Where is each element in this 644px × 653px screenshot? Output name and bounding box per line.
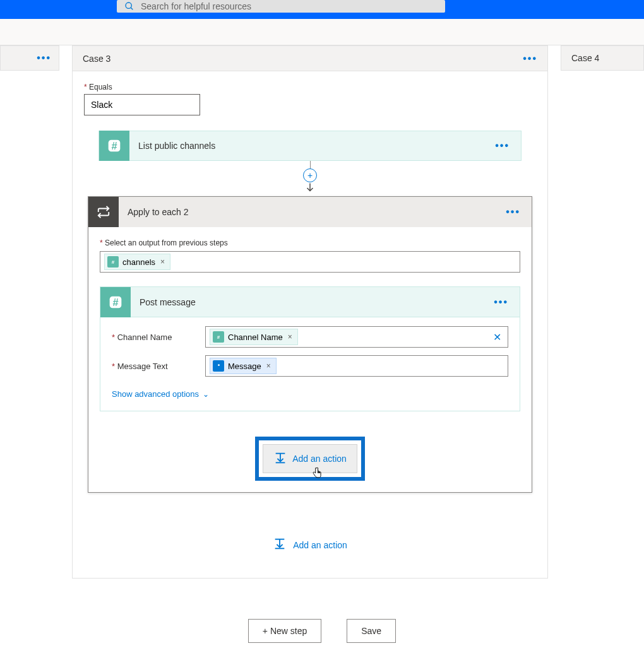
post-message-header[interactable]: # Post message ••• — [100, 287, 520, 317]
show-advanced-link[interactable]: Show advanced options ⌄ — [112, 389, 209, 399]
cursor-icon — [311, 466, 323, 483]
ellipsis-icon[interactable]: ••• — [523, 53, 537, 64]
slack-icon: # — [100, 287, 131, 317]
search-placeholder: Search for helpful resources — [141, 1, 251, 11]
add-action-button-inner[interactable]: Add an action — [263, 444, 357, 473]
list-channels-title: List public channels — [129, 141, 495, 151]
add-action-highlight: Add an action — [255, 437, 365, 481]
svg-line-1 — [131, 8, 133, 9]
add-action-icon — [273, 451, 287, 467]
list-channels-card[interactable]: # List public channels ••• — [98, 131, 522, 161]
message-text-input[interactable]: Message × — [205, 355, 508, 377]
clear-icon[interactable]: ✕ — [493, 331, 501, 343]
slack-icon: # — [213, 331, 224, 343]
remove-token-icon[interactable]: × — [288, 332, 292, 341]
svg-point-0 — [126, 3, 131, 8]
svg-text:#: # — [217, 334, 220, 340]
post-message-title: Post message — [131, 297, 494, 307]
case-3: Case 3 ••• * Equals # List public channe… — [72, 45, 548, 579]
ellipsis-icon[interactable]: ••• — [37, 52, 51, 64]
remove-token-icon[interactable]: × — [266, 362, 271, 370]
arrow-down-icon — [304, 182, 316, 196]
cases-row: ••• Case 3 ••• * Equals # List public ch… — [0, 45, 644, 579]
svg-text:#: # — [112, 259, 115, 265]
bottom-buttons: + New step Save — [0, 619, 644, 643]
add-action-button-outer[interactable]: Add an action — [273, 537, 347, 553]
case-3-title: Case 3 — [83, 54, 110, 64]
equals-input[interactable] — [84, 94, 200, 115]
token-message[interactable]: Message × — [210, 358, 277, 374]
token-channel-name[interactable]: # Channel Name × — [210, 329, 298, 345]
case-3-header[interactable]: Case 3 ••• — [73, 46, 547, 71]
toolbar-gap — [0, 19, 644, 45]
ellipsis-icon[interactable]: ••• — [494, 297, 520, 308]
channel-name-label: * Channel Name — [112, 332, 205, 342]
case-prev[interactable]: ••• — [0, 45, 59, 71]
apply-to-each-title: Apply to each 2 — [119, 207, 506, 217]
select-output-label: * Select an output from previous steps — [100, 238, 520, 247]
ellipsis-icon[interactable]: ••• — [506, 206, 532, 218]
save-button[interactable]: Save — [347, 619, 396, 643]
channel-name-input[interactable]: # Channel Name × ✕ — [205, 326, 508, 348]
case-4-title: Case 4 — [571, 53, 599, 63]
chevron-down-icon: ⌄ — [203, 390, 209, 399]
svg-text:#: # — [111, 140, 117, 151]
svg-text:#: # — [112, 296, 118, 307]
select-output-input[interactable]: # channels × — [100, 251, 520, 273]
search-icon — [124, 1, 134, 11]
add-action-icon — [273, 537, 287, 553]
message-text-label: * Message Text — [112, 362, 205, 371]
ellipsis-icon[interactable]: ••• — [495, 140, 521, 151]
apply-to-each-card: Apply to each 2 ••• * Select an output f… — [88, 196, 532, 493]
case-4-header[interactable]: Case 4 — [561, 45, 644, 71]
top-bar: Search for helpful resources — [0, 0, 644, 19]
case-3-body: * Equals # List public channels ••• + — [73, 71, 547, 578]
post-message-card: # Post message ••• * Channel Name — [100, 286, 520, 411]
equals-label: * Equals — [84, 83, 536, 91]
new-step-button[interactable]: + New step — [248, 619, 321, 643]
remove-token-icon[interactable]: × — [160, 257, 165, 266]
token-channels[interactable]: # channels × — [104, 254, 170, 270]
apply-to-each-header[interactable]: Apply to each 2 ••• — [88, 197, 532, 227]
add-step-button[interactable]: + — [303, 168, 317, 182]
slack-icon: # — [107, 256, 119, 268]
search-box[interactable]: Search for helpful resources — [117, 0, 445, 13]
connector — [310, 161, 311, 168]
loop-icon — [88, 197, 119, 227]
variable-icon — [213, 360, 224, 372]
svg-point-9 — [218, 364, 220, 366]
slack-icon: # — [99, 131, 129, 161]
